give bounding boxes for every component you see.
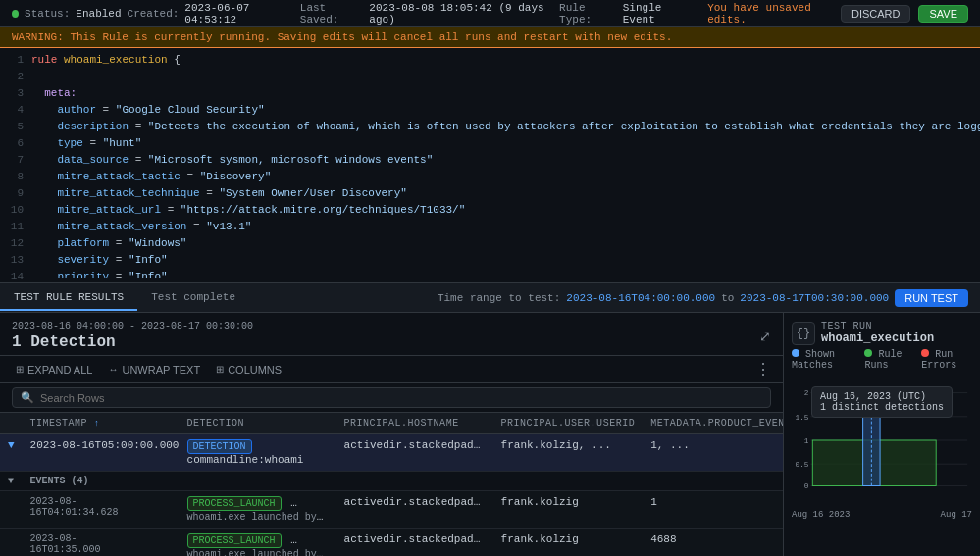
columns-button[interactable]: ⊞ COLUMNS xyxy=(212,362,285,378)
event-1-badge1: PROCESS_LAUNCH xyxy=(187,496,282,511)
top-bar-right: You have unsaved edits. DISCARD SAVE xyxy=(707,2,968,25)
event-1-userid: frank.kolzig xyxy=(493,491,644,529)
time-range-to: to xyxy=(721,292,734,304)
event-2-toggle xyxy=(0,529,23,557)
svg-text:1.5: 1.5 xyxy=(795,414,808,422)
code-content[interactable]: rule whoami_execution { meta: author = "… xyxy=(31,52,980,278)
detection-title: 1 Detection xyxy=(12,333,253,351)
tooltip-date: Aug 16, 2023 (UTC) xyxy=(820,391,944,402)
event-2-badge2: PROCESS xyxy=(290,533,335,548)
expand-all-label: EXPAND ALL xyxy=(27,364,92,376)
event-1-timestamp: 2023-08-16T04:01:34.628 xyxy=(23,491,180,529)
time-range-end: 2023-08-17T00:30:00.000 xyxy=(740,292,889,304)
detection-label: Detection xyxy=(30,333,115,351)
detection-date: 2023-08-16 04:00:00 - 2023-08-17 00:30:0… xyxy=(12,321,253,331)
col-timestamp[interactable]: TIMESTAMP ↑ xyxy=(23,413,180,434)
rule-type-value: Single Event xyxy=(623,2,692,25)
chart-tooltip: Aug 16, 2023 (UTC) 1 distinct detections xyxy=(811,386,953,418)
detection-hostname: activedir.stackedpads.local, ... xyxy=(336,434,493,472)
unwrap-icon: ↔ xyxy=(108,364,118,375)
results-area: 2023-08-16 04:00:00 - 2023-08-17 00:30:0… xyxy=(0,313,980,556)
top-bar: Status: Enabled Created: 2023-06-07 04:5… xyxy=(0,0,980,27)
event-2-detection: PROCESS_LAUNCH PROCESS whoami.exe launch… xyxy=(180,529,336,557)
status-section: Status: Enabled Created: 2023-06-07 04:5… xyxy=(12,2,692,25)
col-toggle xyxy=(0,413,23,434)
col-hostname[interactable]: PRINCIPAL.HOSTNAME xyxy=(336,413,493,434)
status-value: Enabled xyxy=(76,8,121,20)
event-1-toggle xyxy=(0,491,23,529)
time-range-label: Time range to test: xyxy=(438,292,560,304)
event-2-desc: whoami.exe launched by cmd.exe xyxy=(187,548,336,556)
run-label: TEST RUN xyxy=(821,321,934,331)
chart-x-labels: Aug 16 2023 Aug 17 xyxy=(792,510,972,520)
chart-legend: Shown Matches Rule Runs Run Errors xyxy=(792,349,972,371)
warning-bar: WARNING: This Rule is currently running.… xyxy=(0,27,980,48)
detection-userid: frank.kolzig, ... xyxy=(493,434,644,472)
detection-row: ▼ 2023-08-16T05:00:00.000 DETECTION comm… xyxy=(0,434,783,472)
unwrap-text-button[interactable]: ↔ UNWRAP TEXT xyxy=(104,362,204,378)
event-2-userid: frank.kolzig xyxy=(493,529,644,557)
tooltip-text: 1 distinct detections xyxy=(820,402,944,413)
event-2-timestamp: 2023-08-16T01:35.000 xyxy=(23,529,180,557)
tab-test-complete[interactable]: Test complete xyxy=(137,285,249,311)
detection-event-type: 1, ... xyxy=(643,434,783,472)
events-toggle[interactable]: ▼ xyxy=(0,472,23,491)
results-table-wrap: TIMESTAMP ↑ DETECTION PRINCIPAL.HOSTNAME… xyxy=(0,413,783,556)
detection-timestamp: 2023-08-16T05:00:00.000 xyxy=(23,434,180,472)
event-row-2: 2023-08-16T01:35.000 PROCESS_LAUNCH PROC… xyxy=(0,529,783,557)
event-2-hostname: activedir.stackedpads.local xyxy=(336,529,493,557)
search-wrap: 🔍 xyxy=(12,387,771,408)
code-editor: 12345 678910 1112131415 1617181920 21222… xyxy=(0,48,980,283)
event-1-detection: PROCESS_LAUNCH PROCESS whoami.exe launch… xyxy=(180,491,336,529)
results-table: TIMESTAMP ↑ DETECTION PRINCIPAL.HOSTNAME… xyxy=(0,413,783,556)
event-2-badge1: PROCESS_LAUNCH xyxy=(187,533,282,548)
event-2-event-type: 4688 xyxy=(643,529,783,557)
event-row-1: 2023-08-16T04:01:34.628 PROCESS_LAUNCH P… xyxy=(0,491,783,529)
chart-container: Aug 16, 2023 (UTC) 1 distinct detections… xyxy=(792,377,972,556)
run-title: whoami_execution xyxy=(821,331,934,345)
detection-count: 1 xyxy=(12,333,22,351)
status-indicator xyxy=(12,10,19,18)
col-userid[interactable]: PRINCIPAL.USER.USERID xyxy=(493,413,644,434)
col-event-type[interactable]: METADATA.PRODUCT_EVENT_TYPE xyxy=(643,413,783,434)
rule-type-label: Rule Type: xyxy=(559,2,617,25)
discard-button[interactable]: DISCARD xyxy=(841,5,911,23)
left-panel: 2023-08-16 04:00:00 - 2023-08-17 00:30:0… xyxy=(0,313,784,556)
columns-label: COLUMNS xyxy=(228,364,282,376)
actions-bar: ⊞ EXPAND ALL ↔ UNWRAP TEXT ⊞ COLUMNS ⋮ xyxy=(0,356,783,383)
created-value: 2023-06-07 04:53:12 xyxy=(184,2,293,25)
detection-badge: DETECTION xyxy=(187,439,252,454)
time-range-start: 2023-08-16T04:00:00.000 xyxy=(566,292,715,304)
saved-value: 2023-08-08 18:05:42 (9 days ago) xyxy=(369,2,553,25)
svg-text:1: 1 xyxy=(804,437,809,445)
right-panel: {} TEST RUN whoami_execution Shown Match… xyxy=(784,313,980,556)
columns-icon: ⊞ xyxy=(216,364,224,375)
tab-test-rule-results[interactable]: TEST RULE RESULTS xyxy=(0,285,137,311)
tabs-right: Time range to test: 2023-08-16T04:00:00.… xyxy=(438,289,980,307)
detection-header: 2023-08-16 04:00:00 - 2023-08-17 00:30:0… xyxy=(0,313,783,356)
warning-text: WARNING: This Rule is currently running.… xyxy=(12,31,672,43)
event-1-badge2: PROCESS xyxy=(290,496,335,511)
expand-icon: ⊞ xyxy=(16,364,24,375)
row-toggle[interactable]: ▼ xyxy=(0,434,23,472)
detection-text: commandline:whoami xyxy=(187,454,304,466)
actions-right: ⋮ xyxy=(755,360,771,379)
unsaved-text: You have unsaved edits. xyxy=(707,2,833,25)
run-test-button[interactable]: RUN TEST xyxy=(895,289,968,307)
created-label: Created: xyxy=(128,8,180,20)
events-header-row: ▼ EVENTS (4) xyxy=(0,472,783,491)
event-1-event-type: 1 xyxy=(643,491,783,529)
svg-text:0.5: 0.5 xyxy=(795,461,808,469)
expand-icon[interactable]: ⤢ xyxy=(759,329,771,344)
search-input[interactable] xyxy=(40,392,762,404)
svg-text:0: 0 xyxy=(804,482,809,490)
expand-all-button[interactable]: ⊞ EXPAND ALL xyxy=(12,362,96,378)
col-detection[interactable]: DETECTION xyxy=(180,413,336,434)
chart-label-aug16: Aug 16 2023 xyxy=(792,510,850,520)
tabs-bar: TEST RULE RESULTS Test complete Time ran… xyxy=(0,283,980,313)
unwrap-text-label: UNWRAP TEXT xyxy=(122,364,200,376)
search-icon: 🔍 xyxy=(21,391,34,404)
svg-text:2: 2 xyxy=(804,389,809,397)
kebab-menu-button[interactable]: ⋮ xyxy=(755,360,771,379)
save-button[interactable]: SAVE xyxy=(918,5,968,23)
